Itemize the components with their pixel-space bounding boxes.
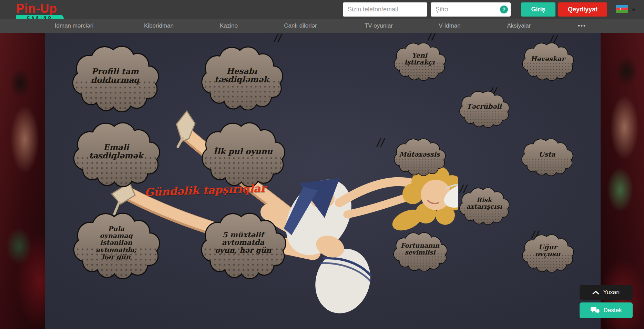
nav-item-tv-oyunlar[interactable]: TV-oyunlar <box>365 22 393 29</box>
support-button[interactable]: Dəstək <box>580 302 633 318</box>
achievement-cloud-label: Təcrübəli <box>458 90 510 128</box>
password-help-icon[interactable]: ? <box>500 6 508 13</box>
achievement-cloud-label: Emali təsdiqləmək <box>71 121 161 187</box>
register-button[interactable]: Qeydiyyat <box>558 2 607 17</box>
pinup-logo[interactable]: Pin-Up CASINO <box>16 2 64 20</box>
achievement-cloud: Yeni iştirakçı <box>393 42 446 81</box>
nav-item-kazino[interactable]: Kazino <box>220 22 238 29</box>
achievement-cloud-label: Həvəskar <box>521 42 574 81</box>
achievement-cloud-label: Yeni iştirakçı <box>393 42 446 81</box>
header: Pin-Up CASINO ? Giriş Qeydiyyat <box>0 0 644 19</box>
achievement-cloud-label: Profili tam doldurmaq <box>70 45 160 112</box>
achievement-cloud: Mütəxəssis <box>393 138 446 176</box>
language-selector[interactable] <box>616 5 637 14</box>
main-navigation: İdman mərcləri Kiberidman Kazino Canlı d… <box>0 19 644 33</box>
support-label: Dəstək <box>604 307 622 314</box>
achievement-cloud-label: Mütəxəssis <box>393 138 446 176</box>
pinup-girl-illustration <box>96 79 458 317</box>
achievement-cloud: Risk axtarışcısı <box>458 187 510 225</box>
scroll-to-top-label: Yuxarı <box>603 289 620 296</box>
logo-title: Pin-Up <box>16 2 64 15</box>
achievement-cloud: Usta <box>520 138 574 176</box>
nav-item-kiberidman[interactable]: Kiberidman <box>144 22 174 29</box>
achievement-cloud-label: İlk pul oyunu <box>200 121 286 187</box>
achievement-cloud: Həvəskar <box>521 42 574 81</box>
achievement-cloud-label: Hesabı təsdiqləmək <box>200 46 284 110</box>
nav-item-aksiyalar[interactable]: Aksiyalar <box>507 22 531 29</box>
achievement-cloud: Hesabı təsdiqləmək <box>200 46 284 110</box>
chat-icon <box>591 307 600 315</box>
achievement-cloud: Təcrübəli <box>458 90 510 128</box>
login-input[interactable] <box>343 2 427 17</box>
achievement-cloud: 5 müxtəlif avtomatda oyun, hər gün <box>199 212 287 279</box>
achievement-cloud-label: 5 müxtəlif avtomatda oyun, hər gün <box>199 212 287 279</box>
achievement-cloud-label: Risk axtarışcısı <box>458 187 510 225</box>
password-field: ? <box>431 2 511 17</box>
achievement-cloud: Uğur ovçusu <box>521 234 574 272</box>
scroll-to-top-button[interactable]: Yuxarı <box>580 285 633 300</box>
password-input[interactable] <box>431 2 496 17</box>
left-banner-image <box>0 33 45 329</box>
nav-item-more[interactable]: ••• <box>578 22 586 29</box>
nav-item-idman-mercleri[interactable]: İdman mərcləri <box>55 22 93 29</box>
caret-down-icon <box>632 9 636 11</box>
achievement-cloud: Emali təsdiqləmək <box>71 121 161 187</box>
chevron-up-icon <box>592 290 599 295</box>
achievement-cloud: Profili tam doldurmaq <box>70 45 160 112</box>
nav-item-canli-dilerler[interactable]: Canlı dilerlər <box>284 22 317 29</box>
achievement-cloud: İlk pul oyunu <box>200 121 286 187</box>
login-button[interactable]: Giriş <box>521 2 555 17</box>
achievement-cloud-label: Pula oynamaq istənilən avtomatda, hər gü… <box>71 212 161 279</box>
achievement-cloud: Fortunanın sevimlisi <box>392 232 448 271</box>
achievement-cloud-label: Uğur ovçusu <box>521 234 574 272</box>
azerbaijan-flag-icon <box>616 5 628 13</box>
achievement-cloud-label: Fortunanın sevimlisi <box>392 232 448 271</box>
achievement-cloud-label: Usta <box>520 138 574 176</box>
achievement-cloud: Pula oynamaq istənilən avtomatda, hər gü… <box>71 212 161 279</box>
nav-separator <box>91 19 644 19</box>
nav-item-v-idman[interactable]: V-İdman <box>439 22 460 29</box>
